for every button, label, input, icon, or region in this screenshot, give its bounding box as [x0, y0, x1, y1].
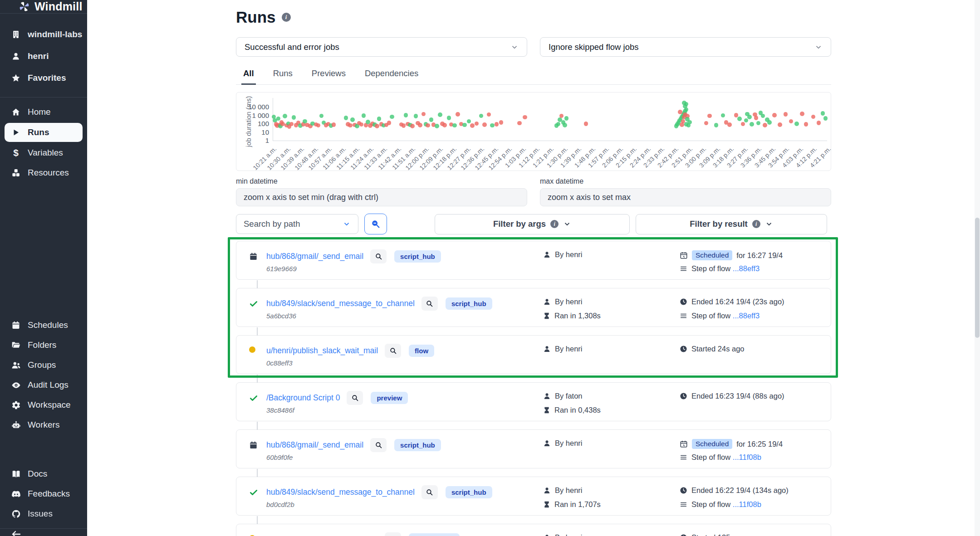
chart-point-success[interactable]	[447, 116, 451, 120]
chart-point-failure[interactable]	[348, 123, 353, 128]
chart-point-failure[interactable]	[418, 123, 422, 127]
chart-point-failure[interactable]	[584, 122, 588, 126]
chart-point-success[interactable]	[756, 121, 761, 126]
page-scrollbar[interactable]	[975, 0, 980, 536]
chart-point-failure[interactable]	[763, 123, 767, 127]
max-datetime-input[interactable]	[540, 188, 831, 206]
chart-point-success[interactable]	[292, 115, 296, 120]
sidebar-item-audit-logs[interactable]: Audit Logs	[0, 375, 87, 395]
chart-point-success[interactable]	[767, 120, 772, 125]
chart-point-failure[interactable]	[402, 123, 406, 128]
tab-dependencies[interactable]: Dependencies	[365, 68, 418, 84]
scrollbar-thumb[interactable]	[975, 218, 980, 338]
chart-point-failure[interactable]	[678, 110, 682, 114]
chart-point-failure[interactable]	[817, 121, 821, 125]
chart-point-success[interactable]	[467, 119, 471, 124]
filter-by-args-button[interactable]: Filter by args i	[435, 214, 630, 234]
chart-point-failure[interactable]	[517, 121, 522, 126]
chart-point-failure[interactable]	[707, 114, 712, 118]
chart-point-failure[interactable]	[789, 119, 794, 124]
chart-point-success[interactable]	[823, 116, 828, 121]
chart-point-success[interactable]	[682, 101, 686, 105]
chart-point-success[interactable]	[350, 117, 355, 122]
tab-runs[interactable]: Runs	[273, 68, 293, 84]
inspect-run-button[interactable]	[370, 438, 387, 452]
chart-point-failure[interactable]	[482, 122, 487, 127]
chart-point-failure[interactable]	[289, 122, 294, 127]
sidebar-item-docs[interactable]: Docs	[0, 464, 87, 484]
chart-point-failure[interactable]	[442, 123, 447, 127]
run-path-link[interactable]: u/henri/publish_slack_wait_mail	[266, 346, 378, 356]
chart-point-failure[interactable]	[784, 112, 788, 117]
collapse-sidebar-button[interactable]	[0, 528, 87, 536]
sidebar-item-folders[interactable]: Folders	[0, 335, 87, 355]
chart-point-success[interactable]	[490, 123, 495, 128]
chart-point-success[interactable]	[414, 114, 418, 118]
chart-point-failure[interactable]	[475, 122, 479, 126]
run-row[interactable]: hub/849/slack/send_message_to_channelscr…	[236, 288, 831, 327]
chart-point-success[interactable]	[438, 112, 442, 117]
inspect-run-button[interactable]	[421, 485, 438, 499]
min-datetime-input[interactable]	[236, 188, 527, 206]
chart-point-failure[interactable]	[704, 121, 709, 126]
chart-point-success[interactable]	[750, 122, 754, 127]
chart-point-failure[interactable]	[359, 122, 364, 127]
chart-point-success[interactable]	[390, 115, 394, 119]
run-path-link[interactable]: /Background Script 0	[266, 393, 340, 403]
chart-point-success[interactable]	[721, 113, 725, 118]
flow-link[interactable]: ...11f08b	[733, 500, 761, 508]
chart-point-success[interactable]	[362, 113, 366, 118]
zoom-out-search-button[interactable]	[364, 214, 387, 234]
run-path-link[interactable]: hub/849/slack/send_message_to_channel	[266, 487, 415, 497]
chart-point-failure[interactable]	[754, 116, 759, 120]
chart-point-failure[interactable]	[499, 120, 504, 125]
chart-point-success[interactable]	[563, 123, 567, 127]
chart-point-failure[interactable]	[470, 123, 475, 128]
run-path-link[interactable]: hub/868/gmail/_send_email	[266, 440, 363, 450]
tab-previews[interactable]: Previews	[312, 68, 346, 84]
sidebar-item-workspace[interactable]: Workspace	[0, 395, 87, 415]
run-row[interactable]: hub/868/gmail/_send_emailscript_hub60b9f…	[236, 429, 831, 468]
inspect-run-button[interactable]	[347, 391, 363, 405]
sidebar-item-henri[interactable]: henri	[0, 45, 87, 67]
chart-point-success[interactable]	[744, 118, 749, 123]
chart-point-success[interactable]	[556, 122, 561, 127]
job-status-filter-select[interactable]: Successful and error jobs	[236, 37, 527, 57]
chart-point-success[interactable]	[404, 113, 408, 117]
chart-point-success[interactable]	[462, 123, 467, 127]
chart-point-success[interactable]	[377, 117, 382, 121]
sidebar-item-resources[interactable]: Resources	[0, 163, 87, 183]
chart-point-success[interactable]	[747, 115, 752, 119]
chart-point-failure[interactable]	[426, 123, 430, 128]
sidebar-item-windmill-labs[interactable]: windmill-labs	[0, 24, 87, 45]
chart-point-failure[interactable]	[410, 124, 415, 128]
inspect-run-button[interactable]	[385, 532, 401, 536]
chart-point-success[interactable]	[714, 123, 719, 127]
inspect-run-button[interactable]	[370, 249, 387, 263]
run-path-link[interactable]: hub/849/slack/send_message_to_channel	[266, 299, 415, 308]
info-icon[interactable]: i	[282, 13, 291, 22]
app-brand[interactable]: Windmill	[0, 0, 87, 14]
chart-point-success[interactable]	[429, 117, 434, 122]
chart-point-success[interactable]	[319, 114, 324, 118]
runs-duration-chart[interactable]: job duration (ms) 1101001 00010 00010:21…	[236, 92, 831, 171]
chart-point-failure[interactable]	[456, 112, 460, 117]
chart-point-failure[interactable]	[495, 122, 499, 127]
run-row[interactable]: hub/849/slack/send_message_to_channelscr…	[236, 477, 831, 516]
chart-point-success[interactable]	[564, 116, 569, 121]
sidebar-item-workers[interactable]: Workers	[0, 415, 87, 435]
sidebar-item-groups[interactable]: Groups	[0, 355, 87, 375]
chart-point-success[interactable]	[794, 122, 799, 126]
sidebar-item-runs[interactable]: Runs	[5, 123, 83, 142]
run-row[interactable]: u/henri/publish_slack_wait_mailflow0c88e…	[236, 335, 831, 374]
chart-point-failure[interactable]	[804, 122, 808, 127]
flow-link[interactable]: ...11f08b	[733, 453, 761, 461]
chart-point-success[interactable]	[344, 116, 348, 120]
run-row[interactable]: u/henri/publish_slack_wait_mailflowprevi…	[236, 524, 831, 536]
sidebar-item-feedbacks[interactable]: Feedbacks	[0, 484, 87, 504]
chart-point-success[interactable]	[276, 117, 281, 121]
sidebar-item-issues[interactable]: Issues	[0, 504, 87, 524]
run-row[interactable]: /Background Script 0preview38c8486fBy fa…	[236, 382, 831, 421]
run-row[interactable]: hub/868/gmail/_send_emailscript_hub619e9…	[236, 241, 831, 280]
run-path-link[interactable]: hub/868/gmail/_send_email	[266, 252, 363, 261]
